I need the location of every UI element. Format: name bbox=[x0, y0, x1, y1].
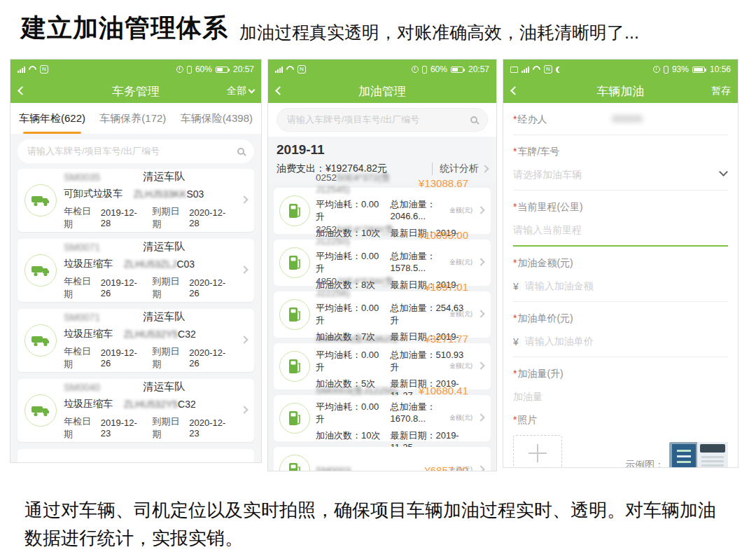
check-date: 2019-12-26 bbox=[101, 277, 142, 298]
amount-label: 加油金额(元) bbox=[517, 257, 573, 268]
fleet-name: 清运车队 bbox=[143, 170, 185, 184]
search-area: 请输入车牌号/项目车号/出厂编号 bbox=[268, 103, 496, 137]
mileage-input[interactable]: 请输入当前里程 bbox=[513, 224, 728, 237]
back-icon[interactable] bbox=[18, 86, 27, 95]
screenshot-vehicle-management: 60% 20:57 车务管理 全部 车辆年检(622) 车辆保养(172) 车辆… bbox=[10, 59, 262, 463]
truck-front bbox=[697, 442, 728, 468]
example-group: 示例图： bbox=[625, 442, 728, 468]
vehicle-plate: ZLHU53ZLJC03 bbox=[124, 258, 195, 270]
price-field-label: *加油单价(元) bbox=[513, 312, 728, 325]
fuel-record-card[interactable]: SM0008(鲁J13625)¥3271.77 平均油耗：0.00升总加油量：5… bbox=[274, 343, 491, 389]
amount-unit-label: 金额(元) bbox=[449, 465, 472, 471]
operator-field: *经办人 bbox=[513, 113, 728, 126]
search-input[interactable]: 请输入车牌号/项目车号/出厂编号 bbox=[18, 139, 254, 163]
vehicle-type: 垃圾压缩车 bbox=[64, 258, 113, 270]
sim-icon bbox=[510, 67, 518, 73]
sign-board bbox=[672, 444, 696, 468]
page-title: 建立加油管理体系 bbox=[21, 11, 228, 46]
vehicle-id: SM0035 bbox=[64, 172, 143, 183]
chevron-right-icon bbox=[481, 165, 489, 172]
status-bar: 60% 20:57 bbox=[268, 60, 496, 79]
truck-icon bbox=[24, 394, 57, 427]
clock-time: 10:56 bbox=[710, 64, 731, 74]
expire-date-label: 到期日期 bbox=[153, 345, 185, 371]
latest-label: 最新日期： bbox=[390, 430, 435, 441]
record-amount: ¥3271.77 bbox=[424, 333, 468, 345]
vehicle-card[interactable]: SM0071清运车队 垃圾压缩车ZLHU532Y5C32 年检日期2019-12… bbox=[18, 309, 254, 372]
chevron-right-icon bbox=[477, 361, 484, 369]
vibrate-icon bbox=[422, 66, 427, 74]
moon-icon bbox=[556, 67, 562, 73]
fuel-pump-icon bbox=[279, 195, 310, 226]
upload-photo-button[interactable]: 上传图片 bbox=[513, 435, 562, 468]
fuel-record-card-partial[interactable]: SM0003¥6857.00 金额(元) bbox=[274, 447, 491, 471]
search-icon bbox=[470, 116, 477, 123]
avg-label: 平均油耗： bbox=[316, 251, 361, 261]
vehicle-card[interactable]: SM0035清运车队 可卸式垃圾车ZLHJ533KKS03 年检日期2019-1… bbox=[18, 169, 254, 232]
chevron-right-icon bbox=[477, 465, 484, 471]
vehicle-card-partial[interactable]: SM0040清运车队 bbox=[18, 449, 254, 463]
nav-bar: 加油管理 bbox=[268, 79, 496, 103]
wifi-icon bbox=[531, 64, 542, 75]
currency-symbol: ¥ bbox=[513, 336, 519, 347]
chevron-right-icon bbox=[240, 195, 248, 203]
nfc-icon bbox=[544, 65, 552, 74]
masked-operator-value bbox=[612, 115, 643, 123]
vehicle-card[interactable]: SM0071清运车队 垃圾压缩车ZLHU53ZLJC03 年检日期2019-12… bbox=[18, 239, 254, 302]
battery-percent: 93% bbox=[672, 64, 689, 74]
chevron-right-icon bbox=[240, 406, 248, 413]
total-label: 总加油量： bbox=[390, 199, 435, 209]
page: 建立加油管理体系 加油过程真实透明，对账准确高效，油耗清晰明了... 60% 2… bbox=[0, 0, 756, 552]
volume-input[interactable]: 加油量 bbox=[513, 391, 728, 403]
amount-input[interactable]: ¥ 请输入加油金额 bbox=[513, 280, 728, 293]
tab-insurance[interactable]: 车辆保险(4398) bbox=[181, 108, 253, 130]
record-amount: ¥10680.41 bbox=[419, 385, 468, 396]
tab-annual-inspection[interactable]: 车辆年检(622) bbox=[19, 108, 85, 130]
amount-unit-label: 金额(元) bbox=[449, 361, 472, 371]
total-label: 总加油量： bbox=[390, 303, 435, 313]
total-label: 总加油量： bbox=[390, 251, 435, 261]
tab-maintenance[interactable]: 车辆保养(172) bbox=[99, 108, 166, 130]
battery-percent: 60% bbox=[430, 64, 447, 74]
save-draft-button[interactable]: 暂存 bbox=[711, 79, 731, 103]
check-date-label: 年检日期 bbox=[64, 205, 96, 230]
signal-icon bbox=[275, 67, 283, 73]
tab-bar: 车辆年检(622) 车辆保养(172) 车辆保险(4398) bbox=[10, 103, 261, 134]
fuel-record-card[interactable]: 485020E4*53W(鲁J22256)¥1697.01 平均油耗：0.00升… bbox=[274, 291, 491, 338]
record-id: SM0003(鲁J12255) bbox=[316, 385, 398, 397]
vehicle-select[interactable]: 请选择加油车辆 bbox=[513, 169, 728, 181]
chevron-right-icon bbox=[240, 336, 248, 343]
divider bbox=[513, 190, 728, 191]
operator-label: 经办人 bbox=[517, 113, 547, 125]
amount-unit-label: 金额(元) bbox=[449, 206, 472, 215]
battery-percent: 60% bbox=[195, 64, 212, 74]
wifi-icon bbox=[285, 64, 296, 75]
nav-title: 加油管理 bbox=[358, 83, 406, 99]
expire-date-label: 到期日期 bbox=[153, 275, 185, 301]
vehicle-list-body: 请输入车牌号/项目车号/出厂编号 SM0035清运车队 可卸式垃圾车ZLHJ53… bbox=[10, 134, 261, 463]
wifi-icon bbox=[27, 64, 38, 75]
total-label: 总加油量： bbox=[390, 350, 435, 360]
fuel-pump-icon bbox=[279, 455, 310, 471]
required-mark: * bbox=[513, 312, 517, 324]
fuel-pump-icon bbox=[279, 247, 310, 278]
plate-label: 车牌/车号 bbox=[517, 146, 559, 157]
vehicle-card[interactable]: SM0040清运车队 垃圾压缩车ZLHU532Y5C32 年检日期2019-12… bbox=[18, 379, 254, 442]
required-mark: * bbox=[513, 257, 517, 268]
back-icon[interactable] bbox=[275, 86, 284, 95]
filter-all-button[interactable]: 全部 bbox=[227, 79, 254, 103]
price-input[interactable]: ¥ 请输入加油单价 bbox=[513, 336, 728, 348]
back-icon[interactable] bbox=[510, 86, 519, 95]
clock-time: 20:57 bbox=[468, 64, 489, 74]
required-mark: * bbox=[513, 368, 517, 379]
amount-unit-label: 金额(元) bbox=[449, 258, 472, 267]
total-label: 总加油量： bbox=[390, 401, 435, 412]
fuel-record-card[interactable]: SM0003(鲁J12255)¥10680.41 平均油耗：0.00升总加油量：… bbox=[274, 395, 491, 441]
required-mark: * bbox=[513, 201, 517, 212]
search-input[interactable]: 请输入车牌号/项目车号/出厂编号 bbox=[276, 108, 488, 132]
search-icon bbox=[237, 148, 244, 155]
status-bar: 60% 20:57 bbox=[10, 60, 261, 79]
alarm-icon bbox=[653, 66, 660, 73]
nav-title: 车辆加油 bbox=[597, 83, 645, 99]
expire-date-label: 到期日期 bbox=[153, 205, 185, 230]
